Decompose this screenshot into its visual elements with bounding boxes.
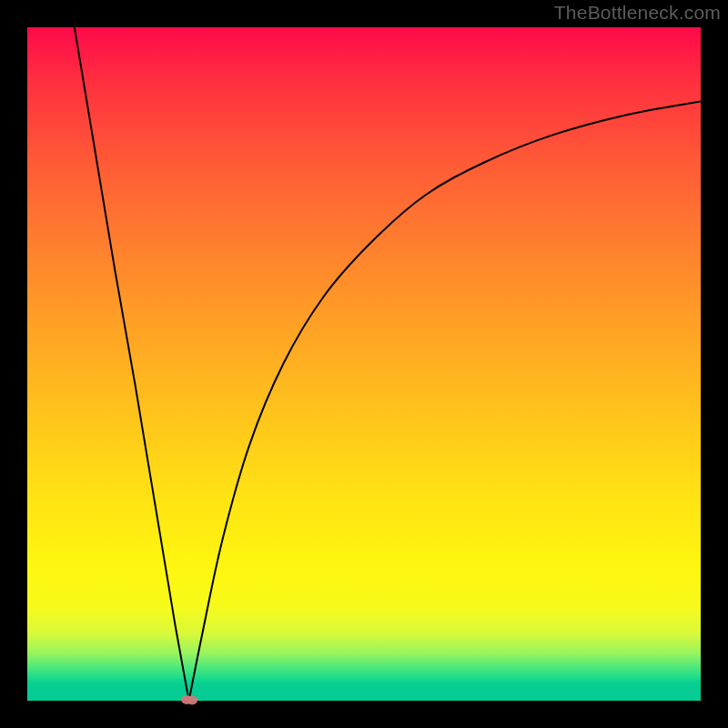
chart-frame: TheBottleneck.com bbox=[0, 0, 728, 728]
svg-point-1 bbox=[187, 696, 197, 705]
marker-blob bbox=[181, 695, 197, 705]
curve-layer bbox=[27, 27, 701, 701]
plot-area bbox=[27, 27, 701, 701]
bottleneck-curve-right bbox=[189, 101, 701, 701]
watermark-text: TheBottleneck.com bbox=[554, 2, 721, 24]
bottleneck-curve-left bbox=[75, 27, 189, 701]
